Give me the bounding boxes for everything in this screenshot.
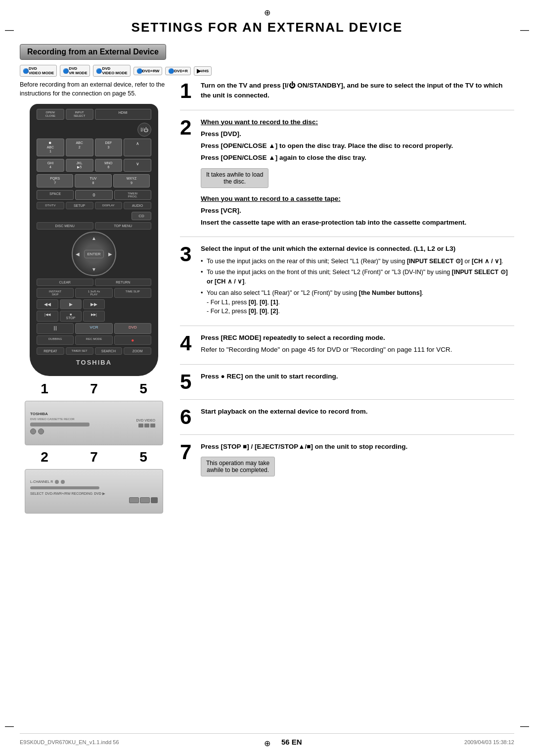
input-select-btn: INPUTSELECT (66, 109, 93, 120)
callout-nums-1: 1 7 5 (20, 381, 168, 397)
nav-up-arrow: ▲ (91, 236, 96, 241)
step-2-press-dvd: Press [DVD]. (201, 130, 241, 138)
step-5-text: Press ● REC] on the unit to start record… (201, 373, 338, 380)
step-4-desc: Refer to "Recording Mode" on page 45 for… (201, 345, 514, 355)
play-speed-btn: 1.3x/0.4xPLAY (75, 288, 112, 298)
format-icons: 🔵 DVDVIDEO MODE 🔵 DVDVR MODE 🔵 DVDVIDEO … (20, 65, 514, 77)
display-btn: DISPLAY (95, 202, 123, 209)
clear-btn: CLEAR (37, 279, 93, 286)
timer-prog-btn: TIMER/PROG. (114, 190, 151, 200)
left-column: Before recording from an external device… (20, 81, 168, 518)
search-btn: SEARCH (95, 347, 123, 355)
page-number: 56 EN (281, 738, 302, 746)
intro-text: Before recording from an external device… (20, 81, 168, 98)
step-5-content: Press ● REC] on the unit to start record… (201, 372, 514, 392)
btn-8: TUV8 (75, 174, 111, 188)
step-2-content: When you want to record to the disc: Pre… (201, 117, 514, 230)
btn-1: ⏺ABC1 (37, 139, 64, 156)
reg-mark-right-top: — (520, 25, 529, 35)
remote-control: OPEN/CLOSE INPUTSELECT HDMI I/⏻ ⏺ABC1 AB… (30, 104, 158, 376)
rec-mode-btn: REC MODE (75, 335, 112, 345)
pause-btn: II (37, 323, 74, 334)
top-device-image: TOSHIBA DVD VIDEO CASSETTE RECOR DVD VID… (25, 401, 163, 445)
btn-9: WXYZ9 (113, 174, 150, 188)
reg-mark-bottom (262, 738, 272, 749)
reg-mark-left-bottom: — (5, 721, 14, 731)
btn-0: 0 (75, 190, 112, 200)
skip-back-btn: |◀◀ (37, 311, 58, 322)
callout-1: 1 (41, 381, 48, 397)
repeat-btn: REPEAT (37, 347, 64, 355)
callout-7b: 7 (90, 449, 98, 465)
format-icon-dvd-video2: 🔵 DVDVIDEO MODE (93, 65, 130, 77)
disc-menu-btn: DISC MENU (37, 222, 93, 230)
step-4-num: 4 (180, 333, 195, 357)
format-icon-dvd-r: 🔵 DVD+R (165, 67, 190, 75)
step-2-note: It takes awhile to loadthe disc. (201, 168, 268, 188)
step-6-num: 6 (180, 407, 195, 427)
reg-mark-left-top: — (5, 25, 14, 35)
btn-2: ABC2 (66, 139, 93, 156)
step-7-text: Press [STOP ■] / [EJECT/STOP▲/■] on the … (201, 443, 407, 450)
nav-left-arrow: ◀ (76, 251, 80, 257)
btn-7: PQRS7 (37, 174, 73, 188)
step-7-num: 7 (180, 442, 195, 476)
dubbing-btn: DUBBING (37, 335, 74, 345)
callout-5b: 5 (139, 449, 147, 465)
step-3-bullet-3: You can also select "L1 (Rear)" or "L2 (… (201, 288, 514, 316)
step-4: 4 Press [REC MODE] repeatedly to select … (180, 333, 514, 365)
step-2-cassette-insert: Insert the cassette tape with an erase-p… (201, 218, 514, 228)
step-6: 6 Start playback on the external device … (180, 407, 514, 435)
instant-skip-btn: INSTANTSKIP (37, 288, 74, 298)
step-2-cassette-title: When you want to record to a cassette ta… (201, 195, 341, 202)
reg-mark-right-bottom: — (520, 721, 529, 731)
step-3-title: Select the input of the unit which the e… (201, 245, 455, 252)
dtv-tv-btn: DTV/TV (37, 202, 64, 209)
step-7-note: This operation may takeawhile to be comp… (201, 457, 275, 476)
right-column: 1 Turn on the TV and press [I/⏻ ON/STAND… (180, 81, 514, 518)
time-slip-btn: TIME SLIP (114, 288, 151, 298)
step-3-bullets: To use the input jacks on the rear of th… (201, 257, 514, 317)
enter-btn: ENTER (84, 250, 103, 258)
cd-btn: CD (132, 212, 151, 220)
step-5-num: 5 (180, 372, 195, 392)
nav-right-arrow: ▶ (108, 251, 112, 257)
footer-timestamp: 2009/04/03 15:38:12 (464, 739, 514, 745)
space-btn: SPACE (37, 190, 74, 200)
play-btn: ▶ (60, 299, 82, 309)
format-icon-vhs: ▶ VHS (194, 66, 212, 76)
hdmi-btn: HDMI (95, 109, 152, 120)
step-7-content: Press [STOP ■] / [EJECT/STOP▲/■] on the … (201, 442, 514, 476)
format-icon-dvd-vr: 🔵 DVDVR MODE (60, 65, 90, 77)
step-3-num: 3 (180, 244, 195, 319)
audio-btn: AUDIO (124, 202, 151, 209)
callout-nums-2: 2 7 5 (20, 449, 168, 465)
return-btn: RETURN (95, 279, 152, 286)
step-1-content: Turn on the TV and press [I/⏻ ON/STANDBY… (201, 81, 514, 103)
nav-circle: ▲ ▼ ◀ ▶ ENTER (72, 232, 116, 276)
step-2-open-close: Press [OPEN/CLOSE ▲] to open the disc tr… (201, 141, 514, 151)
callout-2: 2 (41, 449, 48, 465)
step-3-bullet-1: To use the input jacks on the rear of th… (201, 257, 514, 266)
step-4-title: Press [REC MODE] repeatedly to select a … (201, 334, 385, 341)
step-4-content: Press [REC MODE] repeatedly to select a … (201, 333, 514, 357)
page-title: SETTINGS FOR AN EXTERNAL DEVICE (20, 20, 514, 35)
stop-btn: ■STOP (60, 311, 82, 322)
step-1-num: 1 (180, 81, 195, 103)
fwd-btn: ▶▶ (83, 299, 105, 309)
bottom-device-image: L-CHANNEL R SELECT DVD-RWR+/RW RECORDING… (25, 469, 163, 514)
step-1: 1 Turn on the TV and press [I/⏻ ON/STAND… (180, 81, 514, 110)
rec-btn: ● (114, 335, 151, 345)
step-7: 7 Press [STOP ■] / [EJECT/STOP▲/■] on th… (180, 442, 514, 483)
rev-btn: ◀◀ (37, 299, 58, 309)
callout-7: 7 (90, 381, 98, 397)
power-btn: I/⏻ (137, 123, 151, 137)
setup-btn: SETUP (66, 202, 93, 209)
btn-4: GHI4 (37, 159, 64, 172)
btn-6: MNO6 (95, 159, 123, 172)
ch-up-btn: ∧ (124, 139, 151, 156)
step-2-num: 2 (180, 117, 195, 230)
dvd-btn: DVD (114, 323, 151, 334)
step-3-bullet-2: To use the input jacks on the front of t… (201, 268, 514, 286)
step-3: 3 Select the input of the unit which the… (180, 244, 514, 326)
